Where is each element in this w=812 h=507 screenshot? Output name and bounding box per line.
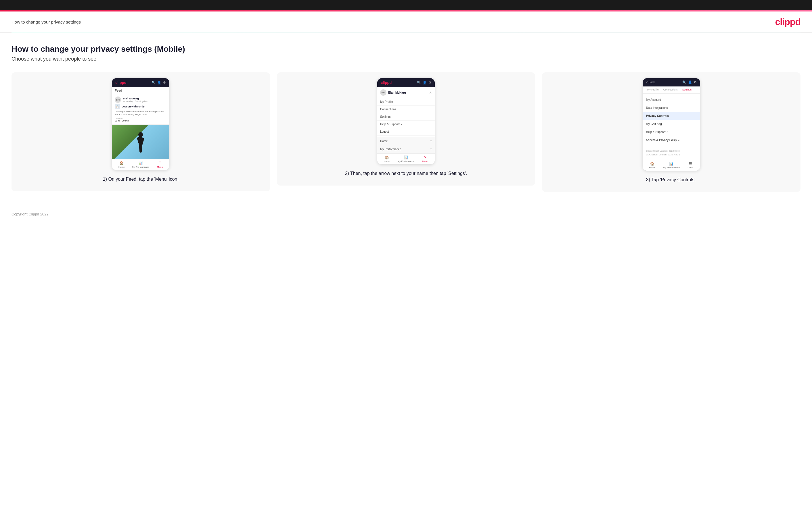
nav-performance-label: My Performance (132, 166, 149, 168)
nav-menu[interactable]: ☰ Menu (150, 161, 170, 168)
settings-icon-3: ⚙ (694, 80, 697, 84)
header: How to change your privacy settings clip… (0, 11, 812, 33)
lesson-icon: 📋 (115, 104, 120, 109)
user-arrow-up[interactable]: ∧ (429, 91, 432, 95)
phone-3-header: < Back 🔍 👤 ⚙ (643, 78, 700, 87)
settings-item-privacy-controls[interactable]: Privacy Controls › (643, 112, 700, 120)
search-icon-2: 🔍 (417, 81, 421, 84)
tab-connections[interactable]: Connections (661, 87, 680, 93)
settings-tabs: My Profile Connections Settings (643, 87, 700, 94)
settings-item-service-privacy[interactable]: Service & Privacy Policy ↗ (643, 136, 700, 144)
avatar: BM (115, 97, 121, 103)
menu-user-left: BM Blair McHarg (380, 89, 406, 96)
user-name: Blair McHarg (123, 97, 148, 100)
menu-section-performance[interactable]: My Performance ∨ (377, 145, 435, 153)
nav-menu-label: Menu (157, 166, 163, 168)
nav-home-3: 🏠 Home (643, 162, 662, 169)
step-2-caption: 2) Then, tap the arrow next to your name… (345, 170, 467, 177)
nav-menu-3[interactable]: ☰ Menu (681, 162, 700, 169)
settings-help-support-label: Help & Support ↗ (646, 130, 668, 133)
page-heading: How to change your privacy settings (Mob… (11, 45, 801, 54)
version-client: Clippd Client Version: 2022.8.3-3 (646, 149, 697, 153)
main-content: How to change your privacy settings (Mob… (0, 33, 812, 204)
nav-home: 🏠 Home (112, 161, 131, 168)
settings-item-my-account[interactable]: My Account › (643, 96, 700, 104)
page-subheading: Choose what you want people to see (11, 56, 801, 62)
settings-item-data-integrations[interactable]: Data Integrations › (643, 104, 700, 112)
menu-section-home-label: Home (380, 139, 388, 143)
menu-item-logout[interactable]: Logout (377, 128, 435, 135)
menu-profile-label: My Profile (380, 100, 393, 103)
settings-item-help-support[interactable]: Help & Support ↗ (643, 128, 700, 136)
nav-performance-label-2: My Performance (398, 160, 415, 163)
chart-icon-2: 📊 (404, 155, 408, 159)
menu-icon: ☰ (158, 161, 162, 165)
settings-icon-2: ⚙ (428, 81, 431, 84)
menu-section-home[interactable]: Home ∨ (377, 137, 435, 145)
feed-tab: Feed (112, 87, 169, 94)
menu-item-connections[interactable]: Connections (377, 106, 435, 113)
user-icon-2: 👤 (423, 81, 427, 84)
tab-my-profile[interactable]: My Profile (645, 87, 661, 93)
nav-menu-2[interactable]: ✕ Menu (415, 155, 435, 163)
menu-username: Blair McHarg (388, 91, 406, 94)
golf-image (112, 125, 169, 159)
nav-home-label-2: Home (384, 160, 390, 163)
lesson-row: 📋 Lesson with Fordy (115, 104, 166, 109)
menu-item-my-profile[interactable]: My Profile (377, 98, 435, 106)
home-chevron: ∨ (430, 140, 432, 143)
step-1-card: clippd 🔍 👤 ⚙ Feed BM Blair (11, 72, 270, 191)
data-integrations-chevron: › (696, 106, 697, 109)
my-golf-bag-chevron: › (696, 122, 697, 125)
copyright: Copyright Clippd 2022 (11, 212, 49, 216)
lesson-desc: Looking to feel like my hands are exitin… (115, 110, 166, 116)
nav-home-2: 🏠 Home (377, 155, 397, 163)
svg-point-0 (138, 132, 143, 137)
settings-icon: ⚙ (163, 81, 166, 84)
nav-home-label: Home (118, 166, 124, 168)
user-date: Yesterday · Sunningdale (123, 100, 148, 103)
privacy-controls-chevron: › (696, 114, 697, 117)
home-icon: 🏠 (119, 161, 123, 165)
menu-item-help[interactable]: Help & Support ↗ (377, 121, 435, 128)
phone-2-header: clippd 🔍 👤 ⚙ (377, 78, 435, 87)
tab-settings[interactable]: Settings (680, 87, 694, 93)
menu-user-row[interactable]: BM Blair McHarg ∧ (377, 87, 435, 98)
duration-label: Duration (115, 117, 166, 119)
nav-home-label-3: Home (649, 166, 655, 169)
settings-privacy-controls-label: Privacy Controls (646, 114, 669, 117)
menu-item-settings[interactable]: Settings (377, 113, 435, 121)
header-title: How to change your privacy settings (11, 19, 81, 24)
step-3-caption: 3) Tap 'Privacy Controls'. (646, 176, 697, 183)
menu-screen: BM Blair McHarg ∧ My Profile Connections… (377, 87, 435, 153)
version-info: Clippd Client Version: 2022.8.3-3 GQL Se… (643, 147, 700, 160)
home-icon-2: 🏠 (385, 155, 389, 159)
back-button[interactable]: < Back (646, 81, 655, 84)
step-3-card: < Back 🔍 👤 ⚙ My Profile Connections Sett… (542, 72, 801, 192)
menu-avatar: BM (380, 89, 387, 96)
footer: Copyright Clippd 2022 (0, 204, 812, 225)
home-icon-3: 🏠 (650, 162, 654, 166)
phone-1-mockup: clippd 🔍 👤 ⚙ Feed BM Blair (112, 78, 169, 170)
menu-settings-label: Settings (380, 115, 391, 118)
user-icon-3: 👤 (688, 80, 692, 84)
lesson-title: Lesson with Fordy (121, 105, 145, 108)
duration-value: 01 hr : 30 min (115, 119, 166, 122)
settings-my-golf-bag-label: My Golf Bag (646, 122, 662, 125)
phone-2-mockup: clippd 🔍 👤 ⚙ BM Blair McHarg (377, 78, 435, 164)
logo: clippd (775, 17, 801, 27)
phone-2-bottom-nav: 🏠 Home 📊 My Performance ✕ Menu (377, 153, 435, 164)
nav-performance-3: 📊 My Performance (662, 162, 681, 169)
settings-list: My Account › Data Integrations › Privacy… (643, 94, 700, 147)
top-bar (0, 0, 812, 10)
settings-data-integrations-label: Data Integrations (646, 106, 668, 109)
step-2-card: clippd 🔍 👤 ⚙ BM Blair McHarg (277, 72, 536, 185)
close-icon: ✕ (424, 155, 427, 159)
phone-3-mockup: < Back 🔍 👤 ⚙ My Profile Connections Sett… (643, 78, 700, 171)
search-icon: 🔍 (152, 81, 156, 84)
settings-my-account-label: My Account (646, 98, 661, 101)
settings-item-my-golf-bag[interactable]: My Golf Bag › (643, 120, 700, 128)
phone-3-bottom-nav: 🏠 Home 📊 My Performance ☰ Menu (643, 160, 700, 171)
phone-1-icons: 🔍 👤 ⚙ (152, 81, 166, 84)
phone-1-bottom-nav: 🏠 Home 📊 My Performance ☰ Menu (112, 159, 169, 170)
